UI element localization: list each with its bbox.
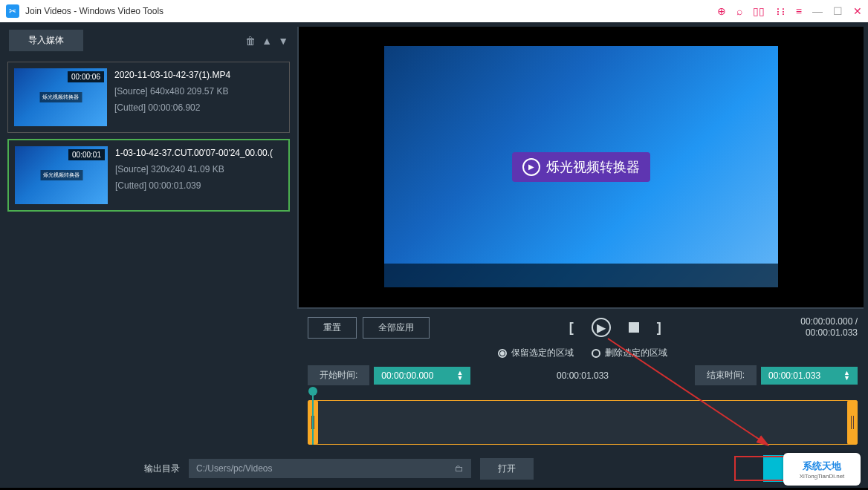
media-sidebar: 导入媒体 🗑 ▲ ▼ 烁光视频转换器 00:00:06 2020-11-03-1…	[0, 22, 297, 449]
output-path-input[interactable]: C:/Users/pc/Videos 🗀	[189, 459, 471, 478]
video-preview: ▶ 烁光视频转换器	[297, 27, 864, 309]
title-bar: ✂ Join Videos - Windows Video Tools ⊕ ⌕ …	[0, 0, 868, 22]
mark-in-button[interactable]: [	[569, 320, 574, 336]
play-button[interactable]: ▶	[592, 318, 611, 337]
merge-button[interactable]: 合	[763, 455, 856, 482]
stop-button[interactable]	[629, 322, 639, 333]
media-cutted-info: [Cutted] 00:00:01.039	[115, 180, 273, 191]
open-folder-button[interactable]: 打开	[480, 458, 534, 480]
media-filename: 1-03-10-42-37.CUT.00'07-00'24_00.00.(	[115, 148, 273, 158]
media-thumbnail: 烁光视频转换器 00:00:01	[15, 146, 108, 204]
timeline[interactable]	[308, 391, 858, 445]
app-icon: ✂	[6, 4, 19, 18]
media-source-info: [Source] 320x240 41.09 KB	[115, 164, 273, 174]
window-title: Join Videos - Windows Video Tools	[25, 6, 163, 16]
output-dir-label: 输出目录	[144, 463, 180, 475]
duration-badge: 00:00:06	[68, 71, 104, 82]
media-source-info: [Source] 640x480 209.57 KB	[114, 86, 230, 97]
media-filename: 2020-11-03-10-42-37(1).MP4	[114, 70, 230, 80]
media-item[interactable]: 烁光视频转换器 00:00:06 2020-11-03-10-42-37(1).…	[7, 62, 290, 133]
folder-icon[interactable]: 🗀	[455, 463, 464, 474]
duration-display: 00:00:01.033	[475, 370, 690, 381]
key-icon[interactable]: ⌕	[736, 5, 742, 17]
media-cutted-info: [Cutted] 00:00:06.902	[114, 102, 230, 113]
layout-icon[interactable]: ▯▯	[753, 5, 765, 17]
start-time-input[interactable]: 00:00:00.000▲▼	[374, 367, 470, 385]
media-item[interactable]: 烁光视频转换器 00:00:01 1-03-10-42-37.CUT.00'07…	[7, 139, 290, 212]
mark-out-button[interactable]: ]	[657, 320, 661, 336]
maximize-button[interactable]: ☐	[833, 5, 843, 17]
timeline-handle-right[interactable]	[847, 400, 858, 445]
apply-all-button[interactable]: 全部应用	[363, 317, 430, 339]
minimize-button[interactable]: —	[812, 5, 823, 17]
move-down-icon[interactable]: ▼	[278, 35, 288, 47]
preview-watermark: ▶ 烁光视频转换器	[512, 152, 650, 182]
timeline-playhead[interactable]	[312, 391, 314, 445]
keep-region-radio[interactable]: 保留选定的区域	[498, 347, 574, 359]
end-time-label: 结束时间:	[695, 365, 757, 385]
cart-icon[interactable]: ⊕	[717, 5, 726, 17]
close-button[interactable]: ✕	[853, 5, 862, 17]
controls-panel: 重置 全部应用 [ ▶ ] 00:00:00.000 / 00:00:01.03…	[297, 309, 868, 449]
footer-bar: 输出目录 C:/Users/pc/Videos 🗀 打开 合	[0, 449, 868, 488]
media-thumbnail: 烁光视频转换器 00:00:06	[14, 68, 107, 126]
time-display: 00:00:00.000 / 00:00:01.033	[800, 316, 858, 339]
settings-icon[interactable]: ⫶⫶	[775, 5, 786, 17]
duration-badge: 00:00:01	[68, 149, 105, 160]
start-time-label: 开始时间:	[308, 365, 369, 385]
reset-button[interactable]: 重置	[308, 317, 357, 339]
delete-region-radio[interactable]: 删除选定的区域	[592, 347, 667, 359]
import-media-button[interactable]: 导入媒体	[9, 30, 83, 51]
menu-icon[interactable]: ≡	[796, 5, 802, 17]
move-up-icon[interactable]: ▲	[262, 35, 272, 47]
delete-icon[interactable]: 🗑	[245, 35, 256, 47]
end-time-input[interactable]: 00:00:01.033▲▼	[761, 367, 858, 385]
